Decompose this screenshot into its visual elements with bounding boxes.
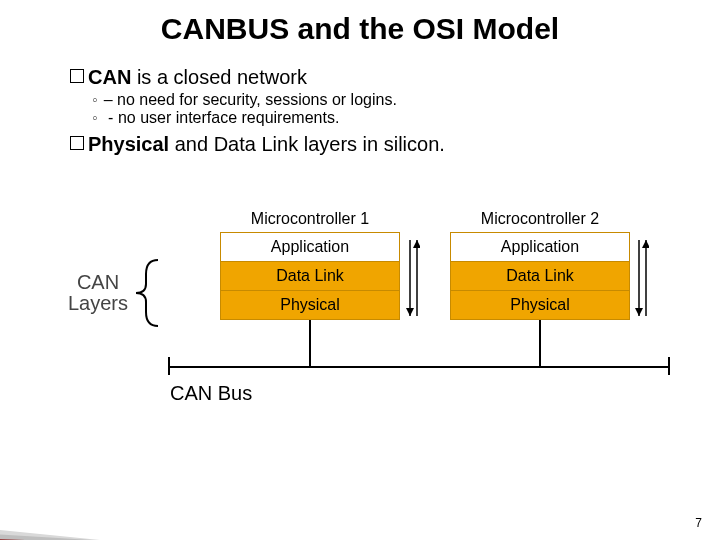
accent-stripes-icon — [0, 466, 240, 540]
slide-title: CANBUS and the OSI Model — [0, 12, 720, 46]
stack-mc2: Application Data Link Physical — [450, 232, 630, 320]
svg-marker-9 — [0, 532, 190, 540]
stack-mc1: Application Data Link Physical — [220, 232, 400, 320]
page-number: 7 — [695, 516, 702, 530]
svg-marker-7 — [642, 240, 649, 248]
bus-terminator-left — [168, 357, 170, 375]
subbullet-2: - no user interface requirements. — [92, 109, 680, 127]
bullet-2: Physical and Data Link layers in silicon… — [70, 133, 680, 156]
brace-icon — [132, 258, 162, 332]
bullet-1-rest: is a closed network — [131, 66, 307, 88]
mc1-label: Microcontroller 1 — [220, 210, 400, 228]
bus-drop-2 — [539, 320, 541, 366]
svg-marker-5 — [635, 308, 643, 316]
checkbox-icon — [70, 69, 84, 83]
layer-application: Application — [450, 232, 630, 262]
svg-marker-8 — [0, 526, 160, 540]
diagram: CAN Layers Microcontroller 1 Microcontro… — [40, 210, 680, 460]
layer-application: Application — [220, 232, 400, 262]
bullet-1-prefix: CAN — [88, 66, 131, 88]
can-bus-label: CAN Bus — [170, 382, 252, 405]
bullet-2-rest: and Data Link layers in silicon. — [169, 133, 445, 155]
slide-body: CAN is a closed network – no need for se… — [70, 66, 680, 158]
can-layers-label: CAN Layers — [68, 272, 128, 314]
subbullet-1: – no need for security, sessions or logi… — [92, 91, 680, 109]
slide: CANBUS and the OSI Model CAN is a closed… — [0, 0, 720, 540]
layer-datalink: Data Link — [450, 261, 630, 291]
bullet-1: CAN is a closed network — [70, 66, 680, 89]
bus-terminator-right — [668, 357, 670, 375]
layer-physical: Physical — [450, 290, 630, 320]
bus-drop-1 — [309, 320, 311, 366]
checkbox-icon — [70, 136, 84, 150]
layer-physical: Physical — [220, 290, 400, 320]
can-bus-line — [170, 366, 670, 368]
svg-marker-3 — [413, 240, 420, 248]
svg-marker-1 — [406, 308, 414, 316]
mc2-label: Microcontroller 2 — [450, 210, 630, 228]
layer-datalink: Data Link — [220, 261, 400, 291]
bullet-2-prefix: Physical — [88, 133, 169, 155]
